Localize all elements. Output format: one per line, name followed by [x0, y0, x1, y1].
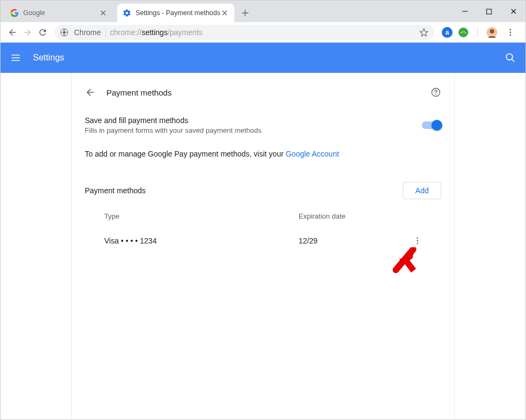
svg-point-8: [510, 34, 511, 36]
svg-point-11: [435, 94, 436, 95]
profile-avatar[interactable]: [487, 27, 497, 38]
browser-menu-button[interactable]: [503, 25, 518, 40]
google-favicon: [10, 9, 19, 17]
table-row: Visa • • • • 1234 12/29: [85, 227, 441, 255]
extension-icon-1[interactable]: a: [442, 27, 453, 38]
bookmark-star-icon[interactable]: [419, 28, 429, 37]
menu-icon[interactable]: [9, 51, 22, 64]
url-scheme: chrome://: [110, 28, 141, 37]
tab-title: Settings - Payment methods: [136, 9, 220, 17]
toolbar-separator: [477, 27, 478, 38]
site-info-icon[interactable]: [60, 28, 69, 37]
close-icon[interactable]: [220, 9, 229, 17]
toggle-knob: [431, 120, 442, 131]
maximize-button[interactable]: [477, 3, 501, 19]
settings-app-header: Settings: [1, 43, 525, 73]
payment-table-header: Type Expiration date: [85, 206, 441, 227]
tab-title: Google: [23, 9, 99, 17]
reload-button[interactable]: [35, 25, 50, 40]
address-bar[interactable]: Chrome chrome://settings/payments: [55, 25, 434, 40]
column-type: Type: [93, 212, 299, 220]
tab-google[interactable]: Google: [5, 4, 113, 22]
toggle-secondary-label: Fills in payment forms with your saved p…: [85, 126, 422, 134]
minimize-button[interactable]: [453, 3, 477, 19]
column-expiration: Expiration date: [299, 212, 411, 220]
extension-icons: a: [439, 25, 521, 40]
toggle-primary-label: Save and fill payment methods: [85, 116, 422, 125]
omnibox-url: chrome://settings/payments: [110, 28, 203, 37]
page-header: Payment methods: [85, 79, 441, 105]
close-icon[interactable]: [99, 9, 107, 17]
info-text: To add or manage Google Pay payment meth…: [85, 150, 286, 158]
omnibox-divider: [105, 28, 106, 37]
add-button[interactable]: Add: [403, 182, 441, 199]
google-account-link[interactable]: Google Account: [286, 150, 339, 158]
omnibox-label: Chrome: [74, 28, 101, 37]
window-controls: [453, 1, 525, 22]
back-button[interactable]: [5, 25, 20, 40]
svg-point-5: [490, 29, 494, 33]
gear-icon: [123, 9, 131, 17]
extension-icon-2[interactable]: [458, 27, 469, 38]
payment-methods-section-header: Payment methods Add: [85, 171, 441, 206]
tab-settings-payments[interactable]: Settings - Payment methods: [117, 4, 234, 22]
google-pay-info: To add or manage Google Pay payment meth…: [85, 137, 441, 171]
svg-point-12: [417, 238, 419, 239]
back-arrow-icon[interactable]: [85, 87, 96, 98]
settings-title: Settings: [33, 53, 64, 63]
tab-strip: Google Settings - Payment methods: [1, 1, 253, 22]
browser-toolbar: Chrome chrome://settings/payments a: [1, 22, 525, 43]
new-tab-button[interactable]: [238, 5, 253, 21]
more-actions-button[interactable]: [411, 234, 424, 247]
settings-card: Payment methods Save and fill payment me…: [71, 73, 455, 419]
search-icon[interactable]: [504, 51, 517, 64]
svg-point-14: [417, 243, 419, 245]
forward-button[interactable]: [20, 25, 35, 40]
page-title: Payment methods: [106, 88, 172, 97]
svg-rect-0: [487, 9, 491, 14]
card-expiration-cell: 12/29: [299, 236, 411, 245]
help-icon[interactable]: [430, 87, 441, 98]
card-type-cell: Visa • • • • 1234: [93, 236, 299, 245]
content-area: Payment methods Save and fill payment me…: [1, 73, 525, 419]
svg-point-6: [510, 29, 511, 30]
save-fill-toggle-row: Save and fill payment methods Fills in p…: [85, 105, 441, 137]
svg-point-7: [510, 31, 511, 33]
url-host: settings: [141, 28, 167, 37]
url-path: /payments: [167, 28, 203, 37]
close-window-button[interactable]: [501, 3, 525, 19]
save-fill-toggle[interactable]: [422, 121, 441, 129]
svg-point-9: [507, 54, 513, 60]
section-title: Payment methods: [85, 186, 403, 195]
window-titlebar: Google Settings - Payment methods: [1, 1, 525, 22]
svg-point-13: [417, 240, 419, 242]
